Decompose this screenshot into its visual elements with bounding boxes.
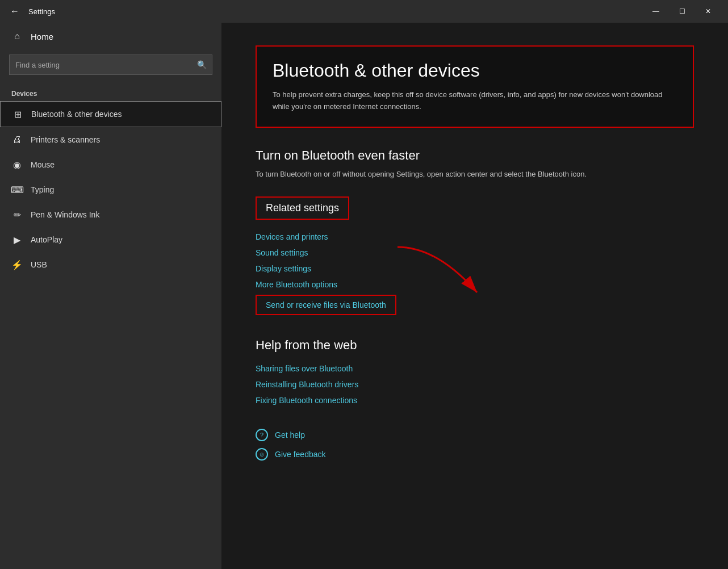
sidebar: ⌂ Home 🔍 Devices ⊞ Bluetooth & other dev…: [0, 23, 221, 569]
get-help-link[interactable]: ? Get help: [256, 425, 694, 445]
link-fixing-connections[interactable]: Fixing Bluetooth connections: [256, 392, 694, 408]
give-feedback-label: Give feedback: [275, 450, 326, 459]
related-settings-box: Related settings: [256, 196, 349, 220]
sidebar-item-mouse-label: Mouse: [31, 160, 55, 169]
sidebar-item-autoplay-label: AutoPlay: [31, 235, 62, 244]
sidebar-item-pen[interactable]: ✏ Pen & Windows Ink: [0, 202, 221, 227]
maximize-button[interactable]: ☐: [669, 0, 695, 23]
link-devices-printers[interactable]: Devices and printers: [256, 229, 694, 245]
sidebar-section-label: Devices: [0, 84, 221, 101]
faster-desc: To turn Bluetooth on or off without open…: [256, 169, 694, 180]
sidebar-item-typing-label: Typing: [31, 185, 54, 194]
link-more-bluetooth[interactable]: More Bluetooth options: [256, 277, 694, 292]
sidebar-item-usb[interactable]: ⚡ USB: [0, 252, 221, 277]
printer-icon: 🖨: [11, 134, 23, 145]
search-container: 🔍: [9, 55, 212, 75]
related-settings-section: Related settings Devices and printers So…: [256, 196, 694, 332]
titlebar: ← Settings — ☐ ✕: [0, 0, 728, 23]
give-feedback-icon: ☺: [256, 448, 268, 461]
sidebar-item-typing[interactable]: ⌨ Typing: [0, 177, 221, 202]
sidebar-item-home[interactable]: ⌂ Home: [0, 23, 221, 50]
keyboard-icon: ⌨: [11, 184, 23, 195]
sidebar-item-printers[interactable]: 🖨 Printers & scanners: [0, 127, 221, 152]
link-sound-settings[interactable]: Sound settings: [256, 245, 694, 261]
sidebar-item-pen-label: Pen & Windows Ink: [31, 210, 99, 219]
window-controls: — ☐ ✕: [643, 0, 721, 23]
sidebar-item-mouse[interactable]: ◉ Mouse: [0, 152, 221, 177]
app-body: ⌂ Home 🔍 Devices ⊞ Bluetooth & other dev…: [0, 23, 728, 569]
help-section: Help from the web Sharing files over Blu…: [256, 338, 694, 408]
get-help-label: Get help: [275, 430, 305, 440]
home-label: Home: [31, 32, 53, 41]
faster-title: Turn on Bluetooth even faster: [256, 148, 694, 163]
link-display-settings[interactable]: Display settings: [256, 261, 694, 277]
give-feedback-link[interactable]: ☺ Give feedback: [256, 445, 694, 464]
page-title: Bluetooth & other devices: [273, 60, 677, 81]
faster-section: Turn on Bluetooth even faster To turn Bl…: [256, 148, 694, 180]
pen-icon: ✏: [11, 209, 23, 220]
help-title: Help from the web: [256, 338, 694, 353]
send-receive-box: Send or receive files via Bluetooth: [256, 295, 396, 315]
main-content: Bluetooth & other devices To help preven…: [221, 23, 728, 569]
search-icon: 🔍: [197, 60, 207, 69]
header-description: To help prevent extra charges, keep this…: [273, 89, 677, 113]
get-help-icon: ?: [256, 429, 268, 441]
header-box: Bluetooth & other devices To help preven…: [256, 45, 694, 128]
search-input[interactable]: [9, 55, 212, 75]
related-settings-title: Related settings: [266, 202, 339, 214]
close-button[interactable]: ✕: [695, 0, 721, 23]
sidebar-item-usb-label: USB: [31, 260, 47, 269]
back-button[interactable]: ←: [7, 3, 23, 19]
mouse-icon: ◉: [11, 159, 23, 170]
bluetooth-icon: ⊞: [12, 108, 23, 120]
link-send-receive[interactable]: Send or receive files via Bluetooth: [266, 300, 386, 309]
actions-section: ? Get help ☺ Give feedback: [256, 425, 694, 464]
sidebar-item-bluetooth[interactable]: ⊞ Bluetooth & other devices: [0, 101, 221, 127]
home-icon: ⌂: [11, 31, 23, 42]
link-sharing-files[interactable]: Sharing files over Bluetooth: [256, 361, 694, 376]
sidebar-item-bluetooth-label: Bluetooth & other devices: [31, 110, 122, 119]
sidebar-item-autoplay[interactable]: ▶ AutoPlay: [0, 227, 221, 252]
usb-icon: ⚡: [11, 259, 23, 270]
app-title: Settings: [28, 7, 643, 16]
minimize-button[interactable]: —: [643, 0, 669, 23]
sidebar-item-printers-label: Printers & scanners: [31, 135, 100, 144]
arrow-container: Send or receive files via Bluetooth: [256, 292, 694, 332]
link-reinstalling-drivers[interactable]: Reinstalling Bluetooth drivers: [256, 376, 694, 392]
autoplay-icon: ▶: [11, 234, 23, 245]
